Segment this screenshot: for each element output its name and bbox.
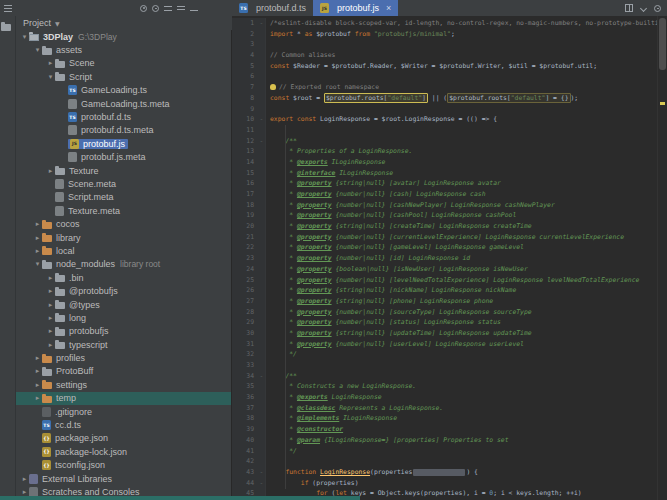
tree-item-External Libraries[interactable]: ▸External Libraries bbox=[16, 472, 231, 485]
chevron-collapsed-icon[interactable]: ▸ bbox=[46, 167, 55, 175]
chevron-collapsed-icon[interactable]: ▸ bbox=[20, 488, 29, 496]
chevron-collapsed-icon[interactable]: ▸ bbox=[46, 301, 55, 309]
fold-gutter bbox=[258, 413, 266, 424]
fold-marker-icon[interactable]: - bbox=[258, 478, 266, 489]
tree-item-cc.d.ts[interactable]: TScc.d.ts bbox=[16, 418, 231, 431]
chevron-collapsed-icon[interactable]: ▸ bbox=[46, 341, 55, 349]
chevron-collapsed-icon[interactable]: ▸ bbox=[46, 327, 55, 335]
tree-item-label: local bbox=[56, 246, 75, 256]
tree-item-protobuf.js.meta[interactable]: protobuf.js.meta bbox=[16, 151, 231, 164]
intention-bulb-icon[interactable] bbox=[270, 84, 276, 90]
project-panel-header[interactable]: Project ▼ bbox=[16, 16, 232, 30]
fold-gutter bbox=[258, 50, 266, 61]
tree-item-ProtoBuff[interactable]: ▸ProtoBuff bbox=[16, 365, 231, 378]
tree-item-@protobufjs[interactable]: ▸@protobufjs bbox=[16, 284, 231, 297]
tree-item-protobuf.js[interactable]: JSprotobuf.js bbox=[16, 137, 231, 150]
chevron-collapsed-icon[interactable]: ▸ bbox=[20, 475, 29, 483]
tree-item-label: @protobufjs bbox=[69, 286, 118, 296]
tree-item-Scene[interactable]: ▸Scene bbox=[16, 57, 231, 70]
tree-item-protobufjs[interactable]: ▸protobufjs bbox=[16, 325, 231, 338]
chevron-collapsed-icon[interactable]: ▸ bbox=[33, 367, 42, 375]
tree-item-.gitignore[interactable]: .gitignore bbox=[16, 405, 231, 418]
tree-item-Texture[interactable]: ▸Texture bbox=[16, 164, 231, 177]
chevron-collapsed-icon[interactable]: ▸ bbox=[33, 394, 42, 402]
locate-icon[interactable] bbox=[140, 5, 147, 12]
tree-item-library[interactable]: ▸library bbox=[16, 231, 231, 244]
chevron-collapsed-icon[interactable]: ▸ bbox=[46, 287, 55, 295]
tree-item-Scene.meta[interactable]: Scene.meta bbox=[16, 177, 231, 190]
line-number: 40 bbox=[232, 435, 258, 446]
close-tab-icon[interactable]: × bbox=[386, 4, 391, 13]
tree-item-protobuf.d.ts.meta[interactable]: protobuf.d.ts.meta bbox=[16, 124, 231, 137]
chevron-collapsed-icon[interactable]: ▸ bbox=[33, 381, 42, 389]
chevron-expanded-icon[interactable]: ▾ bbox=[46, 73, 55, 81]
stripe-mark[interactable] bbox=[660, 102, 665, 105]
horizontal-scrollbar[interactable] bbox=[0, 496, 360, 500]
line-number: 36 bbox=[232, 392, 258, 403]
expand-all-icon[interactable] bbox=[177, 6, 185, 12]
tree-item-GameLoading.ts[interactable]: TSGameLoading.ts bbox=[16, 84, 231, 97]
tree-item-.bin[interactable]: ▸.bin bbox=[16, 271, 231, 284]
chevron-collapsed-icon[interactable]: ▸ bbox=[33, 354, 42, 362]
project-tool-icon[interactable] bbox=[1, 22, 11, 31]
chevron-collapsed-icon[interactable]: ▸ bbox=[33, 247, 42, 255]
chevron-collapsed-icon[interactable]: ▸ bbox=[46, 274, 55, 282]
project-tree[interactable]: ▾3DPlayG:\3DPlay▾assets▸Scene▾ScriptTSGa… bbox=[16, 30, 232, 500]
code-text: * @property {number|null} [cashNewPlayer… bbox=[266, 200, 555, 211]
chevron-collapsed-icon[interactable]: ▸ bbox=[33, 234, 42, 242]
editor-tab-protobuf.js[interactable]: JSprotobuf.js× bbox=[313, 0, 398, 16]
tree-item-profiles[interactable]: ▸profiles bbox=[16, 351, 231, 364]
tree-item-label: Script bbox=[69, 72, 92, 82]
fold-marker-icon[interactable]: - bbox=[258, 18, 266, 29]
tree-item-settings[interactable]: ▸settings bbox=[16, 378, 231, 391]
chevron-expanded-icon[interactable]: ▾ bbox=[20, 33, 29, 41]
settings-gear-icon[interactable] bbox=[654, 5, 661, 12]
fold-marker-icon[interactable]: - bbox=[258, 467, 266, 478]
code-line-24: 24 * @property {boolean|null} [isNewUser… bbox=[232, 264, 657, 275]
line-number: 7 bbox=[232, 82, 258, 93]
layout-grid-icon[interactable] bbox=[625, 4, 633, 12]
tree-item-label: node_modules bbox=[56, 259, 115, 269]
folder-icon bbox=[55, 59, 65, 68]
tree-item-package.json[interactable]: {}package.json bbox=[16, 432, 231, 445]
editor-tab-protobuf.d.ts[interactable]: TSprotobuf.d.ts bbox=[232, 0, 313, 16]
tree-item-cocos[interactable]: ▸cocos bbox=[16, 217, 231, 230]
chevron-collapsed-icon[interactable]: ▸ bbox=[46, 314, 55, 322]
hide-panel-icon[interactable] bbox=[190, 10, 198, 11]
chevron-expanded-icon[interactable]: ▾ bbox=[33, 260, 42, 268]
tree-item-3DPlay[interactable]: ▾3DPlayG:\3DPlay bbox=[16, 30, 231, 43]
tree-item-typescript[interactable]: ▸typescript bbox=[16, 338, 231, 351]
tree-item-temp[interactable]: ▸temp bbox=[16, 392, 231, 405]
tree-item-protobuf.d.ts[interactable]: TSprotobuf.d.ts bbox=[16, 110, 231, 123]
line-number: 44 bbox=[232, 478, 258, 489]
menu-icon[interactable] bbox=[4, 5, 12, 12]
tree-item-node_modules[interactable]: ▾node_moduleslibrary root bbox=[16, 258, 231, 271]
settings-gear-icon[interactable] bbox=[152, 5, 159, 12]
tree-item-Texture.meta[interactable]: Texture.meta bbox=[16, 204, 231, 217]
tree-item-local[interactable]: ▸local bbox=[16, 244, 231, 257]
fold-marker-icon[interactable]: - bbox=[258, 371, 266, 382]
tree-item-label: .bin bbox=[69, 273, 84, 283]
chevron-expanded-icon[interactable]: ▾ bbox=[33, 46, 42, 54]
tree-item-label: ProtoBuff bbox=[56, 366, 93, 376]
tree-item-Script.meta[interactable]: Script.meta bbox=[16, 191, 231, 204]
scrollbar-thumb[interactable] bbox=[659, 18, 666, 70]
tree-item-@types[interactable]: ▸@types bbox=[16, 298, 231, 311]
code-area[interactable]: 1-/*eslint-disable block-scoped-var, id-… bbox=[232, 16, 657, 500]
chevron-collapsed-icon[interactable]: ▸ bbox=[33, 220, 42, 228]
tree-item-Script[interactable]: ▾Script bbox=[16, 70, 231, 83]
tree-item-tsconfig.json[interactable]: {}tsconfig.json bbox=[16, 459, 231, 472]
tree-item-assets[interactable]: ▾assets bbox=[16, 43, 231, 56]
tree-item-label: Scene bbox=[69, 58, 95, 68]
tree-item-long[interactable]: ▸long bbox=[16, 311, 231, 324]
tree-item-GameLoading.ts.meta[interactable]: GameLoading.ts.meta bbox=[16, 97, 231, 110]
tree-item-package-lock.json[interactable]: {}package-lock.json bbox=[16, 445, 231, 458]
code-line-7: 7// Exported root namespace bbox=[232, 82, 657, 93]
chevron-down-icon[interactable] bbox=[640, 4, 647, 11]
editor-scrollbar[interactable] bbox=[657, 16, 667, 500]
collapse-all-icon[interactable] bbox=[164, 6, 172, 12]
fold-marker-icon[interactable]: - bbox=[258, 114, 266, 125]
fold-marker-icon[interactable]: - bbox=[258, 136, 266, 147]
chevron-collapsed-icon[interactable]: ▸ bbox=[46, 59, 55, 67]
tree-item-label: Scene.meta bbox=[68, 179, 116, 189]
